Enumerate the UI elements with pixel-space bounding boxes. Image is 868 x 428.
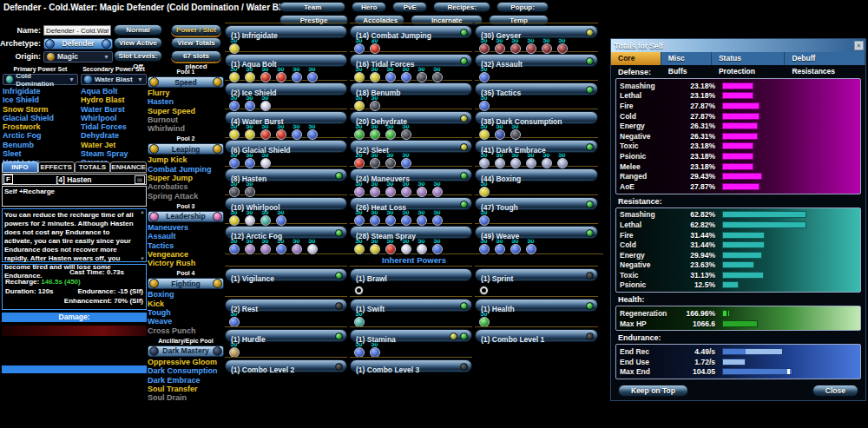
power-bar[interactable]: (24) Maneuvers: [350, 168, 472, 181]
power-bar[interactable]: (12) Arctic Fog: [225, 226, 347, 239]
powerset-power[interactable]: Ice Shield: [3, 95, 78, 104]
powerset-power[interactable]: Steam Spray: [81, 149, 147, 158]
pool-power[interactable]: Tough: [148, 308, 224, 317]
pool-power[interactable]: Weave: [148, 317, 224, 326]
powerset-power[interactable]: Water Burst: [81, 105, 147, 114]
pool-power[interactable]: Cross Punch: [148, 326, 224, 335]
normal-button[interactable]: Normal: [114, 24, 162, 36]
secondary-set-select[interactable]: Water Blast ▼: [81, 74, 147, 85]
power-bar[interactable]: (1) Stamina: [350, 329, 472, 342]
enhancement-slot[interactable]: 50: [431, 66, 444, 82]
pool-power[interactable]: Jump Kick: [148, 155, 224, 164]
pool-power[interactable]: Hasten: [148, 97, 224, 106]
pool-set-selector[interactable]: Dark Mastery: [148, 346, 224, 357]
enhancement-slot[interactable]: 50: [431, 209, 444, 226]
archetype-icon-left[interactable]: [45, 39, 55, 49]
power-bar[interactable]: (1) Health: [475, 299, 598, 312]
power-bar[interactable]: (16) Tidal Forces: [350, 54, 472, 67]
enhancement-slot[interactable]: 50: [540, 37, 553, 54]
powerset-power[interactable]: Snow Storm: [3, 105, 78, 114]
enhancement-slot[interactable]: 50: [524, 238, 537, 254]
power-bar[interactable]: (1) Vigilance: [225, 268, 347, 281]
powerset-power[interactable]: Benumb: [3, 141, 78, 149]
close-button[interactable]: Close: [812, 385, 858, 397]
power-bar[interactable]: (6) Glacial Shield: [225, 140, 347, 153]
power-bar[interactable]: (14) Combat Jumping: [350, 25, 472, 38]
pool-power[interactable]: Acrobatics: [148, 182, 224, 191]
power-bar[interactable]: (2) Rest: [225, 299, 347, 312]
powerset-power[interactable]: Frostwork: [3, 122, 78, 131]
enhancement-slot[interactable]: 50: [290, 123, 303, 140]
slot-levels-button[interactable]: Slot Levels: Off: [114, 50, 162, 62]
pool-set-selector[interactable]: Leaping: [148, 143, 224, 155]
enhancement-slot[interactable]: 50: [415, 238, 428, 254]
view-active-sets-button[interactable]: View Active Sets: [114, 37, 162, 49]
topbar-button[interactable]: PvE: [392, 2, 427, 12]
pool-set-selector[interactable]: Fighting: [148, 278, 224, 289]
power-bar[interactable]: (32) Assault: [475, 54, 598, 67]
enhancement-slot[interactable]: 50: [556, 37, 569, 54]
scroll-up-icon[interactable]: ▲: [140, 209, 145, 214]
power-bar[interactable]: (8) Hasten: [225, 168, 347, 181]
pool-power[interactable]: Dark Consumption: [148, 366, 224, 375]
f-button[interactable]: F: [3, 174, 13, 184]
power-bar[interactable]: (2) Ice Shield: [225, 82, 347, 95]
power-bar[interactable]: (1) Sprint: [475, 268, 598, 281]
pool-set-selector[interactable]: Leadership: [148, 211, 224, 222]
power-bar[interactable]: (47) Tough: [475, 197, 598, 210]
close-icon[interactable]: ✕: [854, 41, 864, 50]
pool-power[interactable]: Victory Rush: [148, 259, 224, 267]
power-bar[interactable]: (1) Swift: [350, 299, 472, 312]
powerset-power[interactable]: Glacial Shield: [3, 114, 78, 122]
power-bar[interactable]: (30) Geyser: [475, 25, 598, 38]
info-tab-enhance[interactable]: ENHANCE: [110, 161, 147, 173]
pool-power[interactable]: Combat Jumping: [148, 165, 224, 174]
slots-placed-button[interactable]: 67 slots placed: [171, 50, 221, 62]
power-bar[interactable]: (22) Sleet: [350, 140, 472, 153]
enhancement-slot[interactable]: 50: [290, 238, 303, 254]
pool-power[interactable]: Maneuvers: [148, 223, 224, 232]
powerset-power[interactable]: Infrigidate: [3, 87, 78, 95]
totals-tab[interactable]: Misc Buffs: [661, 52, 712, 65]
enhancement-slot[interactable]: 50: [431, 238, 444, 254]
power-bar[interactable]: (49) Weave: [475, 226, 598, 239]
powerset-power[interactable]: Hydro Blast: [81, 95, 147, 104]
pool-power[interactable]: Vengeance: [148, 250, 224, 259]
power-bar[interactable]: (38) Dark Consumption: [475, 111, 598, 124]
pool-power[interactable]: Dark Embrace: [148, 376, 224, 385]
enhancement-slot[interactable]: 50: [524, 37, 537, 54]
totals-tab[interactable]: Core Stats: [611, 52, 661, 65]
power-bar[interactable]: (1) Combo Level 2: [225, 359, 347, 372]
power-bar[interactable]: (35) Tactics: [475, 82, 598, 95]
enhancement-slot[interactable]: 50: [431, 181, 444, 197]
enhancement-slot[interactable]: 50: [399, 152, 412, 168]
powerset-power[interactable]: Dehydrate: [81, 131, 147, 140]
totals-tab[interactable]: Debuff Resistances: [785, 52, 865, 65]
topbar-button[interactable]: Hero: [352, 2, 386, 12]
archetype-icon-right[interactable]: [102, 39, 111, 49]
info-tab-effects[interactable]: EFFECTS: [38, 161, 75, 173]
enhancement-slot[interactable]: 50: [415, 66, 428, 82]
powerset-power[interactable]: Whirlpool: [81, 114, 147, 122]
power-bar[interactable]: (1) Hurdle: [225, 329, 347, 342]
topbar-button[interactable]: Popup: On: [496, 2, 549, 12]
power-bar[interactable]: (1) Aqua Bolt: [225, 54, 347, 67]
pool-power[interactable]: Burnout: [148, 115, 224, 124]
enhancement-slot[interactable]: 50: [290, 66, 303, 82]
power-bar[interactable]: (4) Water Burst: [225, 111, 347, 124]
topbar-button[interactable]: Recipes: Off: [433, 2, 490, 12]
origin-select[interactable]: Magic ▼: [43, 51, 113, 63]
export-icon[interactable]: ✉: [135, 175, 145, 184]
powerset-power[interactable]: Arctic Fog: [3, 131, 78, 140]
info-tab-totals[interactable]: TOTALS: [75, 161, 111, 173]
power-bar[interactable]: (18) Benumb: [350, 82, 472, 95]
view-totals-button[interactable]: View Totals: [171, 37, 221, 49]
powerset-power[interactable]: Tidal Forces: [81, 122, 147, 131]
pool-power[interactable]: Soul Transfer: [148, 385, 224, 393]
enhancement-slot[interactable]: 50: [415, 209, 428, 226]
enhancement-slot[interactable]: 50: [306, 238, 319, 254]
totals-titlebar[interactable]: Totals for Self ✕: [611, 39, 865, 52]
powerset-power[interactable]: Aqua Bolt: [81, 87, 147, 95]
enhancement-slot[interactable]: 50: [415, 181, 428, 197]
keep-on-top-button[interactable]: Keep on Top: [618, 385, 688, 397]
